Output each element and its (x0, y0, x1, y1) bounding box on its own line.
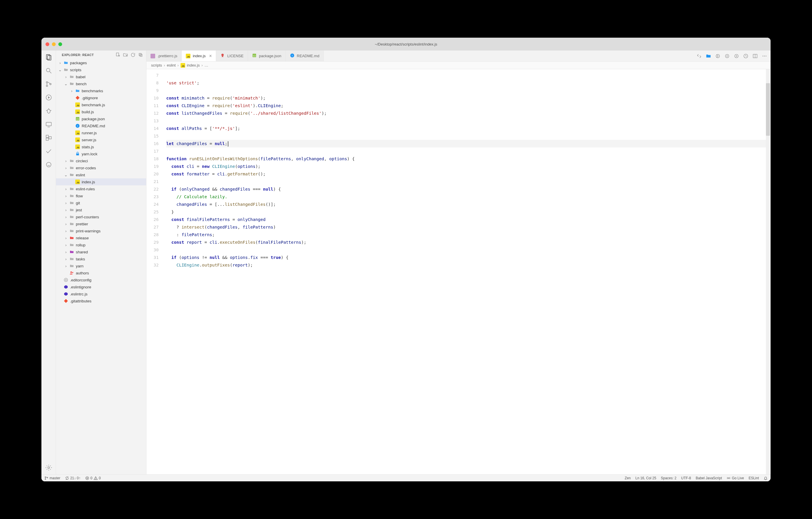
code-line[interactable] (166, 246, 766, 254)
folder-node-release[interactable]: ›release (56, 235, 146, 241)
breadcrumb-item[interactable]: … (204, 63, 208, 67)
run-activity-icon[interactable] (45, 94, 53, 101)
indentation-status[interactable]: Spaces: 2 (661, 476, 676, 480)
tab--prettierrc-js[interactable]: .prettierrc.js (146, 51, 182, 61)
new-folder-icon[interactable] (123, 52, 128, 57)
folder-node-yarn[interactable]: ›yarn (56, 263, 146, 269)
tab-index-js[interactable]: JSindex.js× (182, 51, 216, 61)
file-node-runner-js[interactable]: JSrunner.js (56, 129, 146, 136)
breadcrumb-item[interactable]: scripts (151, 63, 162, 67)
folder-node-error-codes[interactable]: ›error-codes (56, 164, 146, 171)
file-node-build-js[interactable]: JSbuild.js (56, 108, 146, 115)
folder-node-print-warnings[interactable]: ›print-warnings (56, 227, 146, 235)
folder-node-prettier[interactable]: ›prettier (56, 220, 146, 227)
code-line[interactable] (166, 72, 766, 79)
file-node-benchmark-js[interactable]: JSbenchmark.js (56, 101, 146, 108)
code-line[interactable]: } (166, 208, 766, 216)
folder-node-circleci[interactable]: ›circleci (56, 157, 146, 164)
toggle-word-wrap-icon[interactable] (743, 53, 748, 59)
folder-node-eslint[interactable]: ⌄eslint (56, 171, 146, 179)
code-content[interactable]: 'use strict'; const minimatch = require(… (163, 69, 766, 474)
folder-node-packages[interactable]: ›packages (56, 59, 146, 66)
code-line[interactable]: : filePatterns; (166, 231, 766, 239)
code-line[interactable] (166, 178, 766, 185)
tab-LICENSE[interactable]: LICENSE (216, 51, 248, 61)
breadcrumbs[interactable]: scripts›eslint›JSindex.js›… (146, 62, 771, 69)
file-node--gitattributes[interactable]: .gitattributes (56, 297, 146, 304)
code-editor[interactable]: 7891011121314151617181920212223242526272… (146, 69, 771, 474)
custom-activity-icon[interactable] (45, 161, 53, 168)
file-node--editorconfig[interactable]: .editorconfig (56, 276, 146, 283)
encoding-status[interactable]: UTF-8 (681, 476, 691, 480)
scrollbar-thumb[interactable] (766, 83, 770, 136)
zoom-window-button[interactable] (58, 42, 62, 46)
language-mode-status[interactable]: Babel JavaScript (696, 476, 722, 480)
next-change-icon[interactable] (734, 53, 739, 59)
code-line[interactable]: const CLIEngine = require('eslint').CLIE… (166, 102, 766, 109)
code-line[interactable]: let changedFiles = null; (166, 140, 766, 147)
open-changes-icon[interactable] (706, 53, 711, 59)
code-line[interactable]: const formatter = cli.getFormatter(); (166, 170, 766, 178)
run-file-icon[interactable] (715, 53, 720, 59)
settings-gear-icon[interactable] (45, 464, 53, 471)
new-file-icon[interactable] (115, 52, 120, 57)
code-line[interactable]: function runESLintOnFilesWithOptions(fil… (166, 155, 766, 163)
explorer-activity-icon[interactable] (45, 53, 53, 61)
folder-node-flow[interactable]: ›flow (56, 192, 146, 199)
go-live-status[interactable]: Go Live (727, 476, 744, 480)
folder-node-git[interactable]: ›git (56, 199, 146, 207)
code-line[interactable]: const report = cli.executeOnFiles(finalF… (166, 239, 766, 246)
file-node--eslintrc-js[interactable]: .eslintrc.js (56, 291, 146, 297)
code-line[interactable]: changedFiles = [...listChangedFiles()]; (166, 200, 766, 208)
refresh-icon[interactable] (130, 52, 136, 57)
scrollbar[interactable] (766, 69, 770, 474)
file-node-server-js[interactable]: JSserver.js (56, 136, 146, 143)
folder-node-babel[interactable]: ›babel (56, 73, 146, 80)
code-line[interactable] (166, 132, 766, 140)
scm-activity-icon[interactable] (45, 80, 53, 88)
tab-README-md[interactable]: iREADME.md (286, 51, 324, 61)
code-line[interactable]: const minimatch = require('minimatch'); (166, 94, 766, 102)
extensions-activity-icon[interactable] (45, 134, 53, 142)
problems-status[interactable]: 0 0 (85, 476, 100, 480)
file-node--eslintignore[interactable]: .eslintignore (56, 283, 146, 291)
folder-node-perf-counters[interactable]: ›perf-counters (56, 213, 146, 220)
zen-mode-status[interactable]: Zen (625, 476, 631, 480)
sync-status[interactable]: 21↓ 0↑ (65, 476, 81, 480)
tab-package-json[interactable]: { }package.json (248, 51, 286, 61)
compare-changes-icon[interactable] (696, 53, 702, 59)
split-editor-icon[interactable] (753, 53, 758, 59)
code-line[interactable]: const cli = new CLIEngine(options); (166, 163, 766, 170)
git-branch-status[interactable]: master (44, 476, 60, 480)
folder-node-scripts[interactable]: ⌄scripts (56, 66, 146, 73)
search-activity-icon[interactable] (45, 67, 53, 75)
close-tab-icon[interactable]: × (209, 53, 212, 59)
more-actions-icon[interactable] (762, 53, 767, 59)
code-line[interactable]: const finalFilePatterns = onlyChanged (166, 216, 766, 223)
code-line[interactable] (166, 117, 766, 125)
folder-node-bench[interactable]: ⌄bench (56, 80, 146, 87)
code-line[interactable]: CLIEngine.outputFixes(report); (166, 261, 766, 269)
file-node--gitignore[interactable]: .gitignore (56, 94, 146, 101)
folder-node-jest[interactable]: ›jest (56, 207, 146, 213)
folder-node-eslint-rules[interactable]: ›eslint-rules (56, 185, 146, 192)
code-line[interactable] (166, 87, 766, 94)
remote-activity-icon[interactable] (45, 120, 53, 128)
close-window-button[interactable] (46, 42, 49, 46)
file-node-authors[interactable]: authors (56, 269, 146, 276)
code-line[interactable]: 'use strict'; (166, 79, 766, 87)
code-line[interactable]: ? intersect(changedFiles, filePatterns) (166, 223, 766, 231)
file-node-index-js[interactable]: JSindex.js (56, 179, 146, 185)
file-node-stats-js[interactable]: JSstats.js (56, 143, 146, 150)
code-line[interactable]: // Calculate lazily. (166, 193, 766, 200)
file-node-yarn-lock[interactable]: yarn.lock (56, 150, 146, 157)
code-line[interactable]: if (onlyChanged && changedFiles === null… (166, 185, 766, 193)
breadcrumb-item[interactable]: index.js (187, 63, 200, 67)
check-activity-icon[interactable] (45, 147, 53, 155)
file-node-package-json[interactable]: { }package.json (56, 115, 146, 122)
file-tree[interactable]: ›packages⌄scripts›babel⌄bench›benchmarks… (56, 59, 146, 474)
folder-node-tasks[interactable]: ›tasks (56, 255, 146, 263)
code-line[interactable]: const allPaths = ['**/*.js']; (166, 125, 766, 132)
cursor-position-status[interactable]: Ln 16, Col 25 (635, 476, 656, 480)
prev-change-icon[interactable] (725, 53, 730, 59)
